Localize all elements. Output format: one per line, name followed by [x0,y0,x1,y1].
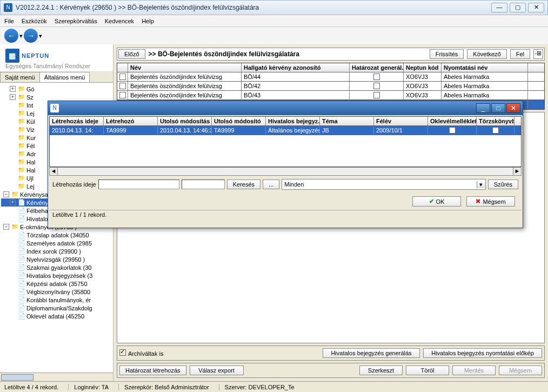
grid-header-cell[interactable]: Nyomtatási név [442,63,528,72]
up-button[interactable]: Fel [510,49,530,59]
dialog-grid[interactable]: Létrehozás idejeLétrehozóUtolsó módosítá… [49,116,522,167]
grid-header-cell[interactable]: Hallgató kérvény azonosító [242,63,350,72]
menu-roleswitch[interactable]: Szerepkörváltás [55,18,97,24]
generate-entry-button[interactable]: Hivatalos bejegyzés generálás [323,348,420,358]
checkbox[interactable] [119,92,126,98]
tree-item[interactable]: 📄 Index sorok (29900 ) [1,247,112,255]
tree-hscroll[interactable] [0,373,113,381]
tree-item[interactable]: 📄 Nyelvvizsgák (29950 ) [1,255,112,263]
grid-header-cell[interactable]: Létrehozó [104,117,158,125]
tab-own-menu[interactable]: Saját menü [0,72,40,82]
answer-export-button[interactable]: Válasz export [190,366,244,375]
refresh-button[interactable]: Frissítés [430,49,464,59]
header-title: >> BÖ-Bejelentés öszöndíjindex felülvizs… [149,50,426,58]
grid-cell: BÖ/42 [242,82,350,90]
tree-item[interactable]: +📁 Sz [1,93,112,101]
table-row[interactable]: Bejelentés öszöndíjindex felülvizsgBÖ/43… [117,91,544,100]
next-button[interactable]: Következő [467,49,506,59]
filter-combo[interactable]: Minden ▾ [282,179,485,190]
delete-button[interactable]: Töröl [406,366,449,375]
grid-cell: XO6VJ3 [404,91,442,99]
edit-button[interactable]: Szerkeszt [359,366,403,375]
tab-general-menu[interactable]: Általános menü [39,72,90,82]
dialog-cancel-button[interactable]: ✖Mégsem [466,196,515,207]
browse-button[interactable]: ... [263,180,279,189]
scroll-right-icon[interactable]: ► [513,167,522,176]
tree-toggle-icon[interactable]: − [3,224,9,230]
grid-header-cell[interactable] [117,63,128,72]
menu-favorites[interactable]: Kedvencek [105,18,134,24]
dialog-ok-button[interactable]: ✔OK [412,196,461,207]
tree-toggle-icon[interactable]: + [10,86,16,92]
tree-item[interactable]: 📄 Hivatalos bejegyzések (3 [1,271,112,280]
checkbox[interactable] [373,92,380,98]
table-row[interactable]: 2010.04.13. 14:TA99992010.04.13. 14:46:3… [50,126,521,135]
pin-button[interactable]: -⊞ [533,49,543,59]
tree-item[interactable]: 📄 Oklevél adatai (45250 [1,312,112,320]
close-button[interactable]: ✕ [528,3,544,12]
archived-checkbox[interactable]: Archíváltak is [119,349,163,357]
search-input-2[interactable] [182,180,225,189]
grid-header-cell[interactable]: Név [128,63,242,72]
save-button[interactable]: Mentés [452,366,496,375]
checkbox[interactable] [119,74,126,80]
create-decision-button[interactable]: Határozat létrehozás [119,366,186,375]
grid-header-cell[interactable]: Oklevélmellékletbe [428,117,477,125]
chevron-down-icon[interactable]: ▾ [477,181,485,188]
tree-item[interactable]: 📄 Szakmai gyakorlatok (30 [1,263,112,271]
tree-item[interactable]: 📄 Törzslap adatok (34050 [1,231,112,239]
menu-help[interactable]: Help [142,18,154,24]
tree-item[interactable]: 📄 Végbizonyítvány (35800 [1,288,112,296]
nav-forward-button[interactable]: → [24,29,38,43]
nav-back-dropdown[interactable]: ▾ [19,32,23,39]
grid-header-cell[interactable]: Törzskönyvbe [477,117,514,125]
nav-back-button[interactable]: ← [4,29,18,43]
tree-item[interactable]: 📄 Korábbi tanulmányok, ér [1,296,112,304]
dialog-minimize-button[interactable]: _ [476,103,490,113]
checkbox[interactable] [373,83,380,89]
table-row[interactable]: Bejelentés öszöndíjindex felülvizsgBÖ/42… [117,82,544,91]
nav-fwd-dropdown[interactable]: ▾ [39,32,42,39]
folder-icon: 📁 [11,223,19,230]
print-preview-button[interactable]: Hivatalos bejegyzés nyomtatási előkép [423,348,542,358]
menu-tools[interactable]: Eszközök [22,18,47,24]
page-icon: 📄 [18,313,25,320]
minimize-button[interactable]: — [491,3,507,12]
dialog-titlebar[interactable]: N _ □ ✕ [48,101,523,115]
grid-header-cell[interactable]: Téma [320,117,374,125]
prev-button[interactable]: Előző [118,49,145,59]
checkbox[interactable] [373,74,380,80]
grid-cell: Bejelentés öszöndíjindex felülvizsg [128,91,242,99]
checkbox[interactable] [449,127,456,134]
scroll-left-icon[interactable]: ◄ [49,167,58,176]
tree-toggle-icon[interactable]: − [3,191,9,197]
tree-item[interactable]: +📁 Gó [1,85,112,93]
menu-file[interactable]: File [4,18,14,24]
maximize-button[interactable]: ▢ [510,3,526,12]
tree-item[interactable]: 📄 Személyes adatok (2985 [1,239,112,247]
table-row[interactable]: Bejelentés öszöndíjindex felülvizsgBÖ/44… [117,72,544,82]
checkbox[interactable] [492,127,499,134]
search-input-1[interactable] [98,180,179,189]
grid-header-cell[interactable]: Neptun kód [404,63,442,72]
tree-item-label: Képzési adatok (35750 [26,281,88,287]
grid-header-cell[interactable]: Utolsó módosítás ... [158,117,212,125]
dialog-close-button[interactable]: ✕ [506,103,520,113]
folder-icon: 📁 [18,183,25,190]
grid-header-cell[interactable]: Létrehozás ideje [50,117,104,125]
folder-icon: 📁 [18,167,25,174]
filter-button[interactable]: Szűrés [488,180,518,189]
tree-toggle-icon[interactable]: + [10,94,16,100]
dialog-hscroll[interactable]: ◄ ► [49,167,522,176]
grid-header-cell[interactable]: Félév [374,117,428,125]
tree-item[interactable]: 📄 Képzési adatok (35750 [1,280,112,288]
grid-header-cell[interactable]: Határozat generál... [350,63,404,72]
grid-header-cell[interactable]: Utolsó módosító [212,117,266,125]
tree-toggle-icon[interactable]: + [10,200,16,205]
grid-header-cell[interactable]: Hivatalos bejegyz... [266,117,320,125]
checkbox[interactable] [119,83,126,89]
cancel-button[interactable]: Mégsem [499,366,542,375]
search-button[interactable]: Keresés [227,180,260,189]
dialog-maximize-button[interactable]: □ [491,103,505,113]
tree-item[interactable]: 📄 Diplomamunka/Szakdolg [1,304,112,312]
